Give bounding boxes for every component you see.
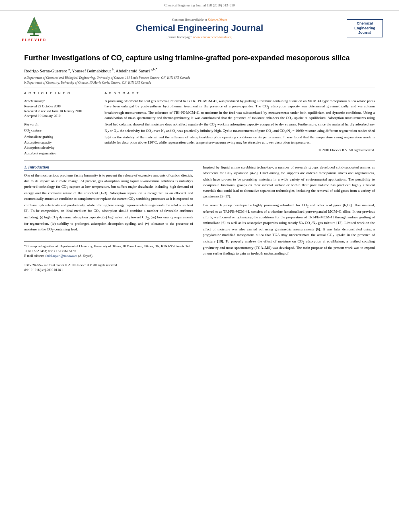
abstract-text: A promising adsorbent for acid gas remov… bbox=[105, 99, 375, 146]
page: Chemical Engineering Journal 158 (2010) … bbox=[0, 0, 399, 532]
affiliation-2: b Department of Chemistry, University of… bbox=[24, 80, 375, 85]
elsevier-tree-icon bbox=[22, 15, 46, 37]
keyword-5: Adsorbent regeneration bbox=[24, 151, 97, 156]
accepted-date: Accepted 19 January 2010 bbox=[24, 114, 97, 119]
sciencedirect-link[interactable]: ScienceDirect bbox=[208, 18, 227, 22]
body-right-col: Inspired by liquid amine scrubbing techn… bbox=[203, 165, 375, 260]
article-info-label: A R T I C L E I N F O bbox=[24, 91, 97, 96]
intro-para-right1: Inspired by liquid amine scrubbing techn… bbox=[203, 165, 375, 199]
header-divider bbox=[16, 46, 383, 46]
body-divider bbox=[24, 160, 375, 161]
svg-point-4 bbox=[31, 26, 32, 28]
doi-line: doi:10.1016/j.cej.2010.01.041 bbox=[24, 268, 375, 273]
article-title: Further investigations of CO2 capture us… bbox=[24, 53, 375, 64]
authors: Rodrigo Serna-Guerrero a, Youssef Belmab… bbox=[24, 68, 375, 73]
body-content: 1. Introduction One of the most serious … bbox=[0, 165, 399, 260]
elsevier-text: ELSEVIER bbox=[22, 38, 47, 42]
affiliation-1: a Department of Chemical and Biological … bbox=[24, 76, 375, 80]
intro-para1: One of the most serious problems facing … bbox=[24, 173, 193, 234]
svg-point-6 bbox=[34, 23, 35, 24]
journal-homepage: journal homepage: www.elsevier.com/locat… bbox=[52, 35, 347, 39]
issn-line: 1385-8947/$ – see front matter © 2010 El… bbox=[24, 263, 375, 268]
footnote-area: * Corresponding author at: Department of… bbox=[24, 241, 193, 259]
elsevier-logo: ELSEVIER bbox=[16, 15, 52, 42]
introduction-heading: 1. Introduction bbox=[24, 165, 193, 170]
keyword-1: CO2 capture bbox=[24, 128, 97, 134]
affiliations: a Department of Chemical and Biological … bbox=[24, 76, 375, 85]
revised-date: Received in revised form 18 January 2010 bbox=[24, 109, 97, 114]
article-divider bbox=[24, 88, 375, 88]
journal-header: Chemical Engineering Journal 158 (2010) … bbox=[0, 0, 399, 11]
keywords-block: Keywords: CO2 capture Aminosilane grafti… bbox=[24, 122, 97, 156]
article-history-block: Article history: Received 23 October 200… bbox=[24, 99, 97, 119]
received-date: Received 23 October 2009 bbox=[24, 104, 97, 109]
corresponding-footnote: * Corresponding author at: Department of… bbox=[24, 244, 193, 254]
body-left-col: 1. Introduction One of the most serious … bbox=[24, 165, 193, 260]
right-col-abstract: A B S T R A C T A promising adsorbent fo… bbox=[105, 91, 375, 156]
svg-point-8 bbox=[35, 28, 37, 29]
keyword-4: Adsorption selectivity bbox=[24, 145, 97, 151]
keywords-title: Keywords: bbox=[24, 122, 97, 127]
journal-main-title: Chemical Engineering Journal bbox=[52, 23, 347, 33]
bottom-footnote: 1385-8947/$ – see front matter © 2010 El… bbox=[0, 260, 399, 273]
article-section: Further investigations of CO2 capture us… bbox=[0, 48, 399, 85]
article-history-title: Article history: bbox=[24, 99, 97, 104]
article-info-abstract: A R T I C L E I N F O Article history: R… bbox=[0, 91, 399, 156]
copyright-line: © 2010 Elsevier B.V. All rights reserved… bbox=[105, 148, 375, 152]
journal-title-center: Contents lists available at ScienceDirec… bbox=[52, 18, 347, 39]
svg-marker-3 bbox=[28, 19, 40, 32]
intro-para-right2: Our research group developed a highly pr… bbox=[203, 203, 375, 257]
abstract-label: A B S T R A C T bbox=[105, 91, 375, 96]
email-footnote: E-mail address: abdel.sayari@uottawa.ca … bbox=[24, 254, 193, 259]
keyword-2: Aminosilane grafting bbox=[24, 134, 97, 140]
svg-rect-1 bbox=[30, 35, 39, 36]
journal-right-box: ChemicalEngineeringJournal bbox=[347, 19, 383, 37]
header-content: ELSEVIER Contents lists available at Sci… bbox=[0, 12, 399, 44]
homepage-link[interactable]: www.elsevier.com/locate/cej bbox=[193, 35, 232, 39]
keywords-list: CO2 capture Aminosilane grafting Adsorpt… bbox=[24, 128, 97, 156]
left-col-article-info: A R T I C L E I N F O Article history: R… bbox=[24, 91, 97, 156]
svg-point-5 bbox=[37, 25, 38, 26]
email-link[interactable]: abdel.sayari@uottawa.ca bbox=[45, 254, 77, 258]
keyword-3: Adsorption capacity bbox=[24, 140, 97, 146]
journal-meta-top: Chemical Engineering Journal 158 (2010) … bbox=[24, 3, 375, 7]
contents-line: Contents lists available at ScienceDirec… bbox=[52, 18, 347, 22]
svg-point-7 bbox=[32, 29, 33, 30]
